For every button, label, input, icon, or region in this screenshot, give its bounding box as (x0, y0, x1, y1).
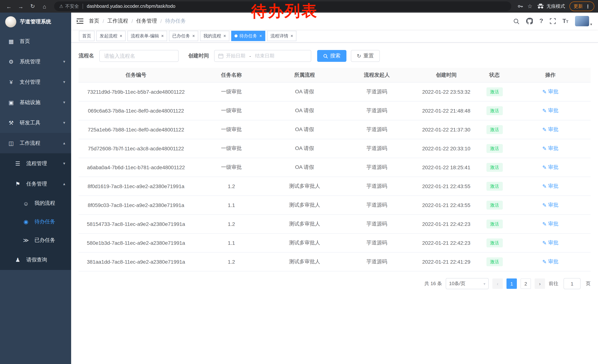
help-icon[interactable]: ? (539, 17, 543, 25)
tag-tab[interactable]: 发起流程 × (96, 31, 126, 41)
sidebar-item[interactable]: ◉ 待办任务 (0, 212, 71, 231)
date-range-picker[interactable]: 开始日期 - 结束日期 (214, 50, 311, 62)
approve-link[interactable]: ✎ 审批 (542, 259, 558, 265)
search-icon[interactable] (513, 18, 519, 24)
incognito-indicator: 无痕模式 (537, 3, 565, 9)
sidebar-menu: ▦ 首页 ⚙ 系统管理 ▾ ¥ 支付管理 ▾ (0, 31, 71, 364)
sidebar-item[interactable]: ☰ 流程管理 ▾ (0, 153, 71, 174)
user-menu[interactable]: ▾ (575, 16, 592, 26)
sidebar-item[interactable]: ▦ 首页 (0, 31, 71, 51)
app-logo[interactable]: 芋道管理系统 (0, 13, 71, 31)
breadcrumb-item[interactable]: 工作流程 (108, 18, 128, 24)
sidebar-item[interactable]: ☺ 我的流程 (0, 194, 71, 212)
sidebar-item[interactable]: ⚒ 研发工具 ▾ (0, 113, 71, 133)
column-header: 任务编号 (79, 68, 193, 82)
table-row: 069c6a63-7b8a-11ec-8ef0-acde48001122 一级审… (79, 101, 590, 120)
task-name-cell: 一级审批 (193, 101, 269, 120)
sidebar-item[interactable]: ⚙ 系统管理 ▾ (0, 51, 71, 72)
menu-item-label: 流程管理 (26, 160, 47, 167)
font-size-icon[interactable]: TT (562, 18, 568, 24)
menu-item-label: 支付管理 (20, 79, 40, 85)
tag-label: 发起流程 (100, 33, 117, 39)
tag-tab[interactable]: 已办任务 × (169, 31, 198, 41)
page-list: 1 2 (507, 278, 531, 289)
menu-icon: ≫ (22, 237, 30, 244)
chevron-icon: ▾ (63, 161, 65, 166)
bookmark-star-icon[interactable]: ☆ (527, 3, 532, 10)
table-row: 58154733-7ac8-11ec-a9e2-a2380e71991a 1.2… (79, 215, 590, 234)
approve-link[interactable]: ✎ 审批 (542, 145, 558, 152)
reset-button[interactable]: ↻ 重置 (351, 50, 380, 62)
tag-tab[interactable]: 待办任务 × (231, 31, 265, 41)
sidebar-toggle-icon[interactable] (71, 18, 89, 24)
approve-link[interactable]: ✎ 审批 (542, 183, 558, 190)
approve-link[interactable]: ✎ 审批 (542, 164, 558, 171)
screen: ← → ↻ ⌂ ⚠ 不安全 dashboard.yudao.iocoder.cn… (0, 0, 598, 364)
tag-tab[interactable]: 流程表单-编辑 × (127, 31, 167, 41)
page-number-button[interactable]: 2 (521, 278, 531, 289)
breadcrumb-item[interactable]: 首页 (89, 18, 99, 24)
prev-page-button[interactable]: ‹ (492, 278, 503, 289)
sidebar-item[interactable]: ♟ 请假查询 (0, 250, 71, 270)
approve-link[interactable]: ✎ 审批 (542, 202, 558, 209)
task-name-cell: 1.2 (193, 215, 269, 234)
forward-icon[interactable]: → (16, 1, 26, 11)
approve-link[interactable]: ✎ 审批 (542, 107, 558, 114)
task-id-cell: 8f059c03-7ac8-11ec-a9e2-a2380e71991a (79, 196, 193, 215)
edit-icon: ✎ (542, 127, 547, 133)
sidebar-item[interactable]: ◫ 工作流程 ▴ (0, 133, 71, 153)
created-time-cell: 2022-01-21 22:43:55 (414, 177, 479, 196)
home-icon[interactable]: ⌂ (39, 1, 50, 11)
approve-link[interactable]: ✎ 审批 (542, 89, 558, 95)
tag-tab[interactable]: 首页 (79, 31, 94, 41)
start-date-placeholder: 开始日期 (226, 53, 245, 59)
next-page-button[interactable]: › (535, 278, 545, 289)
address-bar[interactable]: ⚠ 不安全 dashboard.yudao.iocoder.cn/bpm/tas… (54, 1, 511, 11)
tag-label: 流程详情 (270, 33, 288, 39)
tab-close-icon[interactable]: × (161, 34, 164, 38)
warning-icon: ⚠ (59, 4, 63, 9)
task-id-cell: 725a1eb6-7b88-11ec-8ef0-acde48001122 (79, 120, 193, 139)
browser-menu-dots-icon[interactable]: ⋮ (585, 4, 590, 9)
created-time-cell: 2022-01-22 20:33:10 (414, 139, 479, 158)
reload-icon[interactable]: ↻ (27, 1, 38, 11)
tab-close-icon[interactable]: × (259, 34, 262, 38)
starter-cell: 芋道源码 (340, 120, 414, 139)
edit-icon: ✎ (542, 108, 547, 114)
tag-label: 首页 (82, 33, 91, 39)
tag-tab[interactable]: 我的流程 × (200, 31, 229, 41)
breadcrumb-item[interactable]: 待办任务 (165, 18, 186, 24)
created-time-cell: 2022-01-21 22:41:29 (414, 252, 479, 271)
tab-close-icon[interactable]: × (224, 34, 226, 38)
fullscreen-icon[interactable] (550, 18, 556, 24)
sidebar-item[interactable]: ⚑ 任务管理 ▴ (0, 174, 71, 194)
goto-page-input[interactable] (564, 278, 581, 289)
back-icon[interactable]: ← (4, 1, 14, 11)
page-size-select[interactable]: 10条/页 ▾ (446, 278, 489, 289)
tab-close-icon[interactable]: × (120, 34, 122, 38)
approve-link[interactable]: ✎ 审批 (542, 240, 558, 246)
breadcrumb: 首页 / 工作流程 / 任务管理 / 待办任务 (89, 18, 186, 24)
tab-close-icon[interactable]: × (291, 34, 293, 38)
chrome-update-button[interactable]: 更新 ⋮ (569, 1, 594, 11)
page-number-button[interactable]: 1 (507, 278, 517, 289)
password-key-icon[interactable] (517, 3, 523, 9)
approve-link[interactable]: ✎ 审批 (542, 126, 558, 133)
refresh-icon: ↻ (357, 53, 361, 59)
menu-icon: ◉ (22, 218, 30, 225)
sidebar-item[interactable]: ¥ 支付管理 ▾ (0, 72, 71, 92)
tag-tab[interactable]: 流程详情 × (267, 31, 296, 41)
sidebar-item[interactable]: ≫ 已办任务 (0, 231, 71, 250)
sidebar-item[interactable]: ▣ 基础设施 ▾ (0, 92, 71, 113)
process-name-input[interactable] (99, 50, 179, 62)
status-badge: 激活 (486, 144, 503, 153)
starter-cell: 芋道源码 (340, 101, 414, 120)
search-button[interactable]: 搜索 (317, 50, 346, 62)
chevron-icon: ▾ (63, 100, 65, 105)
approve-link[interactable]: ✎ 审批 (542, 221, 558, 227)
tab-close-icon[interactable]: × (192, 34, 195, 38)
edit-icon: ✎ (542, 240, 547, 246)
chevron-icon: ▴ (63, 141, 65, 146)
breadcrumb-item[interactable]: 任务管理 (136, 18, 157, 24)
github-icon[interactable] (526, 18, 533, 24)
